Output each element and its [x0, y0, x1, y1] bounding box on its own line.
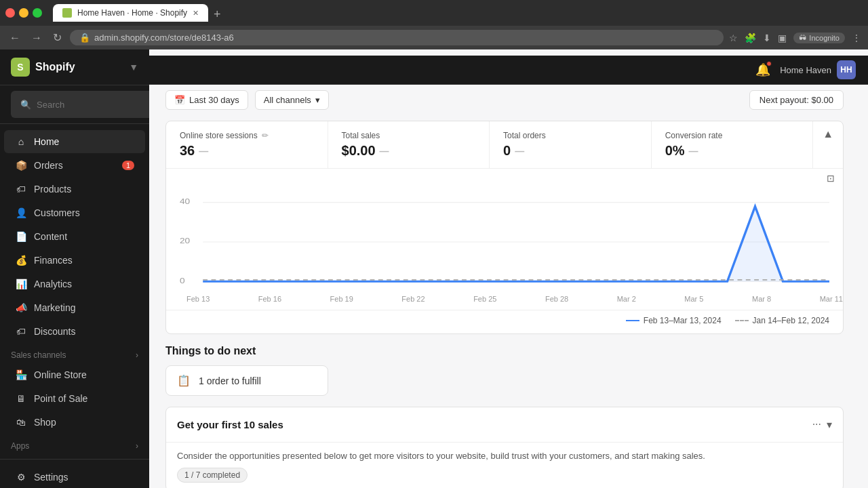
fulfill-icon: 📋: [177, 374, 191, 387]
calendar-icon: 📅: [174, 95, 185, 105]
forward-btn[interactable]: →: [28, 30, 45, 45]
reload-btn[interactable]: ↻: [50, 30, 64, 45]
bookmark-icon[interactable]: ☆: [729, 33, 738, 43]
sidebar-item-finances[interactable]: 💰 Finances: [4, 249, 145, 272]
channel-filter-btn[interactable]: All channels ▾: [255, 90, 329, 110]
collapse-card-icon[interactable]: ▾: [827, 418, 832, 431]
user-profile-btn[interactable]: Home Haven HH: [780, 60, 856, 79]
sidebar-item-label-shop: Shop: [34, 417, 56, 428]
first-sales-card: Get your first 10 sales ··· ▾ Consider t…: [165, 407, 844, 488]
chart-legend: Feb 13–Mar 13, 2024 Jan 14–Feb 12, 2024: [166, 310, 843, 333]
sales-channels-expand[interactable]: ›: [136, 350, 138, 360]
incognito-label: Incognito: [809, 34, 840, 42]
sidebar-item-analytics[interactable]: 📊 Analytics: [4, 272, 145, 296]
sidebar-item-customers[interactable]: 👤 Customers: [4, 201, 145, 224]
sidebar-item-orders[interactable]: 📦 Orders 1: [4, 154, 145, 177]
legend-current-line: [626, 320, 639, 321]
filter-bar: 📅 Last 30 days All channels ▾ Next payou…: [165, 90, 844, 110]
back-btn[interactable]: ←: [7, 30, 23, 45]
sidebar-item-online-store[interactable]: 🏪 Online Store: [4, 363, 145, 386]
sidebar-item-label-orders: Orders: [34, 160, 63, 171]
chart-options-btn[interactable]: ⊡: [827, 173, 835, 184]
discounts-icon: 🏷: [15, 325, 27, 338]
incognito-badge: 🕶 Incognito: [793, 33, 845, 43]
apps-expand[interactable]: ›: [136, 441, 138, 451]
tab-close-btn[interactable]: ✕: [193, 9, 199, 18]
xaxis-mar2: Mar 2: [617, 295, 636, 303]
chart-options: ⊡: [166, 169, 843, 188]
analytics-icon: 📊: [15, 278, 27, 290]
sidebar-item-point-of-sale[interactable]: 🖥 Point of Sale: [4, 387, 145, 410]
legend-previous-line: [735, 320, 749, 321]
sidebar-item-label-discounts: Discounts: [34, 326, 75, 337]
conversion-value: 0%: [665, 143, 685, 159]
sessions-label: Online store sessions: [180, 131, 258, 140]
sales-label: Total sales: [342, 131, 380, 140]
new-tab-btn[interactable]: +: [208, 7, 226, 22]
legend-previous-label: Jan 14–Feb 12, 2024: [753, 316, 829, 325]
shopify-icon: S: [11, 58, 30, 77]
sales-dash: —: [380, 146, 389, 157]
sidebar-item-label-point-of-sale: Point of Sale: [34, 393, 87, 404]
svg-text:0: 0: [180, 276, 185, 285]
stats-card: Online store sessions ✏ 36 — Total sales: [165, 121, 844, 334]
first-sales-actions: ··· ▾: [812, 418, 832, 431]
search-bar[interactable]: 🔍 Ctrl K: [11, 91, 149, 118]
sidebar-nav: ⌂ Home 📦 Orders 1 🏷 Products 👤 Customers…: [0, 124, 149, 459]
more-options-icon[interactable]: ···: [812, 418, 821, 431]
sidebar-item-discounts[interactable]: 🏷 Discounts: [4, 320, 145, 343]
address-bar[interactable]: 🔒 admin.shopify.com/store/de8143-a6: [70, 30, 724, 45]
stat-sessions: Online store sessions ✏ 36 —: [166, 121, 328, 168]
sessions-dash: —: [199, 146, 208, 157]
browser-toolbar: ← → ↻ 🔒 admin.shopify.com/store/de8143-a…: [0, 26, 868, 49]
app-topbar: 🔔 Home Haven HH: [149, 56, 868, 85]
sales-value: $0.00: [342, 143, 376, 159]
notifications-btn[interactable]: 🔔: [755, 62, 770, 77]
sidebar-item-label-online-store: Online Store: [34, 369, 87, 380]
fulfill-order-card[interactable]: 📋 1 order to fulfill: [165, 365, 328, 396]
sidebar-item-marketing[interactable]: 📣 Marketing: [4, 296, 145, 319]
edit-sessions-icon[interactable]: ✏: [262, 131, 269, 140]
search-input[interactable]: [37, 100, 145, 110]
chart-xaxis: Feb 13 Feb 16 Feb 19 Feb 22 Feb 25 Feb 2…: [166, 292, 843, 310]
menu-icon[interactable]: ⋮: [852, 33, 861, 43]
extensions-icon[interactable]: 🧩: [745, 33, 756, 43]
svg-marker-6: [203, 207, 829, 282]
conversion-label: Conversion rate: [665, 131, 723, 140]
online-store-icon: 🏪: [15, 369, 27, 381]
xaxis-mar5: Mar 5: [684, 295, 703, 303]
collapse-stats-btn[interactable]: ▲: [813, 121, 843, 168]
user-avatar: HH: [837, 60, 856, 79]
stats-header: Online store sessions ✏ 36 — Total sales: [166, 121, 843, 169]
browser-maximize-btn[interactable]: [33, 8, 42, 18]
browser-tab-active[interactable]: Home Haven · Home · Shopify ✕: [53, 4, 208, 22]
channel-label: All channels: [264, 95, 311, 105]
sidebar-item-products[interactable]: 🏷 Products: [4, 178, 145, 201]
download-icon[interactable]: ⬇: [763, 33, 771, 43]
legend-current: Feb 13–Mar 13, 2024: [626, 316, 722, 325]
settings-icon: ⚙: [15, 471, 27, 483]
browser-minimize-btn[interactable]: [19, 8, 28, 18]
sidebar-footer: ⚙ Settings: [0, 459, 149, 488]
sidebar-item-settings[interactable]: ⚙ Settings: [4, 466, 145, 488]
sidebar-item-label-home: Home: [34, 136, 59, 147]
sidebar-item-shop[interactable]: 🛍 Shop: [4, 411, 145, 434]
sessions-value: 36: [180, 143, 195, 159]
sidebar-item-home[interactable]: ⌂ Home: [4, 130, 145, 153]
sales-channels-section: Sales channels ›: [0, 344, 149, 363]
sidebar: S Shopify ▼ 🔍 Ctrl K ⌂ Home 📦 Orders 1: [0, 49, 149, 488]
sidebar-item-label-marketing: Marketing: [34, 302, 75, 313]
chevron-down-icon: ▾: [315, 95, 320, 105]
sidebar-item-content[interactable]: 📄 Content: [4, 225, 145, 248]
date-range-btn[interactable]: 📅 Last 30 days: [165, 90, 248, 110]
store-selector-icon[interactable]: ▼: [129, 62, 138, 73]
chart-svg: 40 20 0: [180, 195, 829, 289]
apps-title: Apps: [11, 441, 29, 451]
xaxis-feb22: Feb 22: [401, 295, 425, 303]
tab-bar: Home Haven · Home · Shopify ✕ +: [47, 4, 232, 22]
browser-close-btn[interactable]: [5, 8, 15, 18]
sidebar-browser-icon[interactable]: ▣: [778, 33, 787, 43]
xaxis-feb16: Feb 16: [258, 295, 281, 303]
payout-info: Next payout: $0.00: [749, 90, 844, 110]
legend-previous: Jan 14–Feb 12, 2024: [735, 316, 829, 325]
